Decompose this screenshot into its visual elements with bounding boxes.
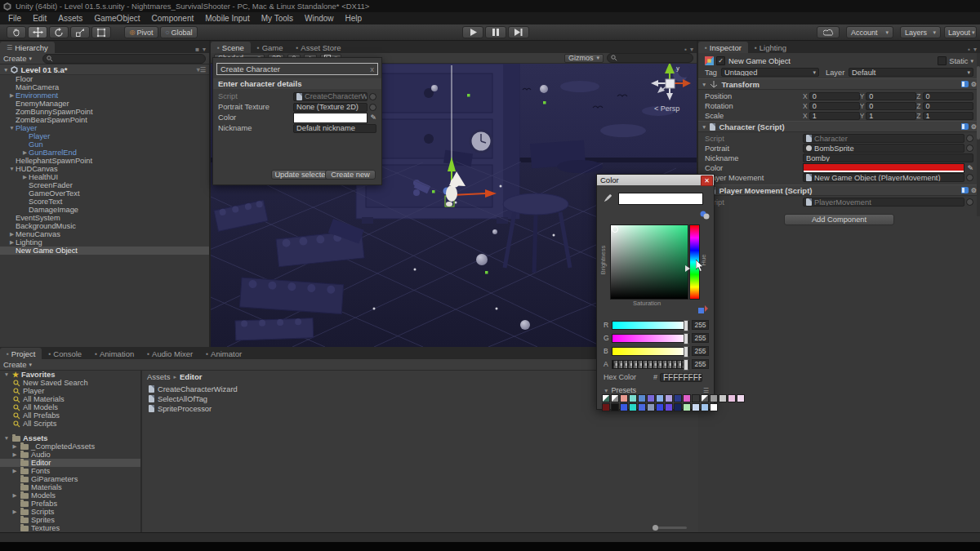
swatch-tool-icon[interactable] [698,305,708,314]
slider-thumb[interactable] [684,359,688,371]
layout-dropdown[interactable]: Layout▾ [944,26,977,38]
sb-cursor[interactable] [612,226,618,233]
hierarchy-item[interactable]: ▶HealthUI [0,173,209,181]
breadcrumb-current[interactable]: Editor [180,372,202,381]
project-file-item[interactable]: SpriteProcessor [149,404,212,413]
menu-my-tools[interactable]: My Tools [256,13,298,24]
panel-menu[interactable]: ▪▾ [681,46,697,53]
preset-swatch[interactable] [692,403,700,411]
hue-thumb[interactable] [685,265,690,272]
player-movement-object-field[interactable]: New Game Object (PlayerMovement) [803,173,964,182]
object-picker-icon[interactable] [369,104,376,111]
axis-value-input[interactable]: 0 [866,92,916,100]
object-picker-icon[interactable] [966,174,973,181]
character-component-header[interactable]: ▼ Character (Script) ⚙ [698,121,980,132]
favorite-item[interactable]: All Scripts [0,420,140,428]
tab-project[interactable]: ▪Project [0,348,42,359]
project-file-item[interactable]: CreateCharacterWizard [149,384,238,393]
preset-swatch[interactable] [710,403,718,411]
preset-swatch[interactable] [620,403,628,411]
expand-arrow-icon[interactable]: ▶ [8,238,16,247]
hierarchy-item[interactable]: GameOverText [0,189,209,198]
expand-arrow-icon[interactable]: ▶ [21,173,29,181]
preset-swatch[interactable] [602,403,610,411]
layer-dropdown[interactable]: Default▾ [849,68,973,77]
pan-tool-button[interactable] [7,26,26,38]
rect-tool-button[interactable] [91,26,111,38]
preset-swatch[interactable] [638,403,646,411]
slider-track-a[interactable] [612,360,689,369]
preset-swatch[interactable] [638,394,646,402]
update-selected-button[interactable]: Update selected [271,170,333,180]
expand-arrow-icon[interactable]: ▶ [11,451,18,459]
colorwheel-toggle-icon[interactable] [700,211,710,220]
preset-swatch[interactable] [647,394,655,402]
help-book-icon[interactable] [961,81,969,87]
color-swatch-field[interactable] [293,113,368,123]
axis-value-input[interactable]: 0 [866,102,916,110]
preset-swatch[interactable] [647,403,655,411]
expand-arrow-icon[interactable]: ▶ [11,508,18,516]
project-create-button[interactable]: Create▾ [3,360,32,369]
pause-button[interactable] [485,26,506,38]
object-picker-icon[interactable] [966,144,973,152]
panel-menu[interactable]: ▪▾ [964,46,980,53]
thumbnail-zoom-slider[interactable] [653,527,687,529]
object-picker-icon[interactable] [966,135,973,142]
menu-edit[interactable]: Edit [28,13,51,24]
preset-swatch[interactable] [611,403,619,411]
transform-component-header[interactable]: ▼ Transform ⚙ [698,78,980,90]
preset-swatch[interactable] [674,403,682,411]
pivot-toggle-button[interactable]: ◎Pivot [124,26,158,38]
nickname-input[interactable]: Bomby [803,153,973,162]
preset-swatch[interactable] [674,394,682,402]
preset-swatch[interactable] [602,394,610,402]
folder-item[interactable]: Textures [0,524,140,532]
preset-swatch[interactable] [737,394,745,402]
preset-swatch[interactable] [665,394,673,402]
saturation-brightness-box[interactable] [610,224,688,300]
slider-thumb[interactable] [684,333,688,344]
play-button[interactable] [462,26,483,38]
expand-arrow-icon[interactable]: ▶ [8,91,16,100]
axis-value-input[interactable]: 1 [809,112,860,120]
favorite-item[interactable]: All Materials [0,395,140,403]
preset-swatch[interactable] [656,403,664,411]
active-checkbox[interactable]: ✓ [716,56,725,65]
favorite-item[interactable]: All Models [0,403,140,411]
static-toggle[interactable]: Static▾ [938,56,973,65]
hierarchy-item[interactable]: BackgroundMusic [0,222,209,230]
slider-knob[interactable] [653,525,658,531]
hierarchy-item[interactable]: ZomBearSpawnPoint [0,116,209,124]
object-name[interactable]: New Game Object [728,57,791,65]
hierarchy-item[interactable]: Player [0,132,209,140]
hierarchy-item[interactable]: ScreenFader [0,181,209,189]
expand-arrow-icon[interactable]: ▼ [3,67,8,73]
hierarchy-item[interactable]: ▶Environment [0,91,209,100]
nickname-input[interactable]: Default nickname [293,124,376,133]
global-toggle-button[interactable]: ◌Global [160,26,198,38]
slider-value[interactable]: 255 [692,346,709,356]
slider-thumb[interactable] [684,346,688,358]
folder-item[interactable]: ▶Scripts [0,508,140,516]
folder-item[interactable]: GiParameters [0,475,140,483]
preset-swatch[interactable] [692,394,700,402]
scene-search-input[interactable] [607,53,693,63]
scale-tool-button[interactable] [70,26,90,38]
menu-mobile-input[interactable]: Mobile Input [200,13,254,24]
menu-help[interactable]: Help [341,13,368,24]
menu-assets[interactable]: Assets [53,13,87,24]
slider-track-b[interactable] [612,347,689,356]
hierarchy-item[interactable]: MainCamera [0,83,209,91]
folder-item[interactable]: Prefabs [0,500,140,508]
hierarchy-panel-menu[interactable]: ■▾ [192,46,209,53]
tab-scene[interactable]: ▪Scene [211,42,251,53]
eyedropper-icon[interactable]: ✎ [967,164,973,172]
hierarchy-item[interactable]: ScoreText [0,198,209,206]
cloud-button[interactable] [817,26,840,38]
assets-root[interactable]: ▼Assets [0,434,140,442]
favorite-item[interactable]: Player [0,387,140,395]
tab-console[interactable]: ▪Console [42,348,88,359]
menu-gameobject[interactable]: GameObject [89,13,145,24]
gear-icon[interactable]: ⚙ [971,123,977,131]
